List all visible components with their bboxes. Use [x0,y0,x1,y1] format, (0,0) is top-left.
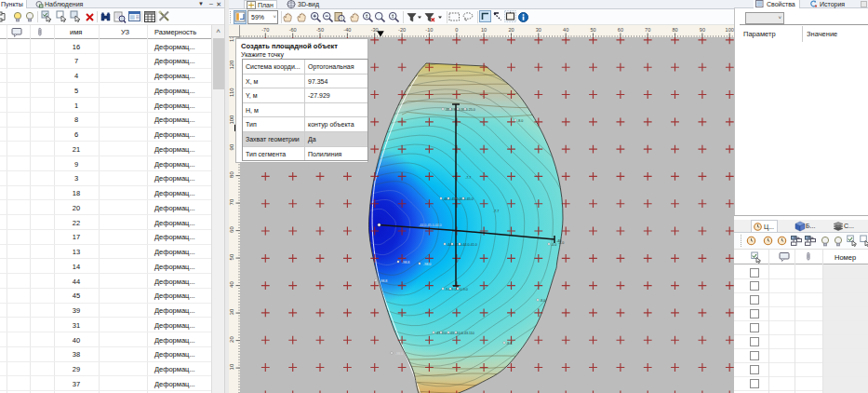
svg-text:-40: -40 [556,239,561,243]
svg-text:-98.8: -98.8 [402,261,409,264]
svg-text:100: 100 [726,27,734,33]
svg-text:-9.0-9.0-9.0-9.0: -9.0-9.0-9.0-9.0 [445,288,468,291]
svg-text:-40: -40 [343,27,351,33]
svg-text:0: 0 [455,27,458,33]
svg-text:-20: -20 [398,27,406,33]
svg-text:60: 60 [618,27,623,33]
svg-text:90: 90 [700,27,705,33]
svg-text:-10: -10 [425,27,433,33]
svg-text:-50: -50 [316,27,324,33]
svg-text:40: 40 [229,281,234,288]
svg-text:-8.0: -8.0 [540,299,545,303]
svg-text:-98.8: -98.8 [380,279,387,283]
svg-text:-8.0: -8.0 [517,119,523,123]
svg-text:-44.0-45.0-44.0: -44.0-45.0-44.0 [419,224,442,227]
svg-text:-60: -60 [289,27,297,33]
svg-text:20: 20 [229,336,234,343]
svg-text:10: 10 [481,27,487,33]
svg-text:40: 40 [563,27,568,33]
svg-text:50: 50 [590,27,595,33]
svg-text:120: 120 [229,60,234,70]
svg-text:-98.0: -98.0 [423,263,431,266]
svg-text:-7.7: -7.7 [493,210,499,213]
svg-text:10: 10 [229,363,234,370]
svg-text:80: 80 [229,171,234,178]
svg-text:-70: -70 [261,27,269,33]
svg-text:90: 90 [229,143,234,150]
svg-text:50: 50 [229,253,234,260]
svg-text:100: 100 [229,115,234,125]
svg-text:-98.0: -98.0 [395,352,403,356]
svg-text:-30: -30 [371,27,379,33]
svg-text:20: 20 [508,27,514,33]
svg-text:-4.0: -4.0 [551,243,556,247]
svg-text:80: 80 [672,27,677,33]
svg-text:70: 70 [229,198,234,205]
svg-text:30: 30 [536,27,541,33]
svg-text:-8.4: -8.4 [506,342,512,346]
svg-text:-7.7: -7.7 [465,176,471,180]
svg-text:70: 70 [645,27,650,33]
svg-text:60: 60 [229,226,234,233]
svg-text:110: 110 [229,88,234,97]
svg-text:30: 30 [229,308,234,315]
